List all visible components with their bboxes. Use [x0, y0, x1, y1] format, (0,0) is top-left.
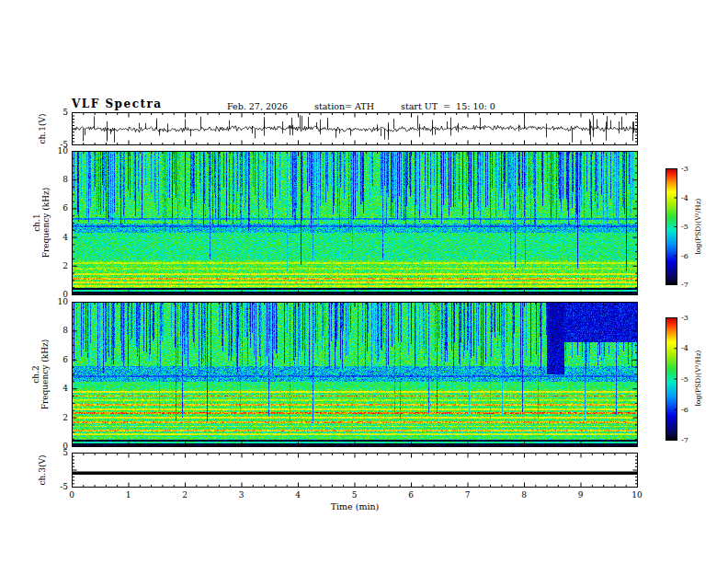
voltage-tick-label: 5 [50, 448, 68, 457]
colorbar-tick-label: -6 [681, 405, 688, 413]
ch1-colorbar-label: log(PSD)(V²/Hz) [694, 176, 703, 277]
frequency-tick-label: 2 [50, 261, 68, 270]
ch2-frequency-axis-label: ch.2 Frequency (kHz) [31, 302, 50, 447]
vlf-spectra-figure: VLF Spectra Feb. 27, 2026 station= ATH s… [0, 0, 728, 563]
header-station: station= ATH [314, 101, 374, 111]
ch1-frequency-units-label: Frequency (kHz) [41, 151, 51, 295]
frequency-tick-label: 4 [50, 233, 68, 242]
colorbar-tick-label: -7 [681, 436, 688, 444]
colorbar-tick-label: -3 [681, 314, 688, 322]
frequency-tick-label: 8 [50, 175, 68, 184]
ch2-spectrogram-panel [72, 302, 638, 447]
ch1-label: ch.1 [32, 151, 41, 295]
x-tick-label: 0 [69, 490, 74, 500]
x-tick-label: 3 [239, 490, 245, 500]
ch2-colorbar-label: log(PSD)(V²/Hz) [694, 327, 703, 429]
ch1-colorbar [665, 168, 677, 285]
frequency-tick-label: 6 [50, 203, 68, 213]
plot-title: VLF Spectra [72, 98, 163, 110]
colorbar-tick-label: -5 [681, 223, 688, 231]
frequency-tick-label: 6 [50, 355, 68, 364]
frequency-tick-label: 4 [50, 384, 68, 393]
x-tick-label: 1 [126, 490, 131, 500]
frequency-tick-label: 2 [50, 413, 68, 422]
ch1-waveform-panel [72, 112, 638, 145]
colorbar-tick-label: -5 [681, 374, 688, 383]
ch2-label: ch.2 [31, 302, 40, 447]
x-tick-label: 5 [352, 490, 358, 500]
x-tick-label: 7 [465, 490, 471, 500]
header-date: Feb. 27, 2026 [227, 101, 288, 111]
voltage-tick-label: -5 [50, 140, 68, 149]
colorbar-tick-label: -7 [681, 281, 688, 289]
ch2-colorbar [665, 317, 677, 441]
x-tick-label: 9 [578, 490, 584, 500]
ch1-spectrogram-panel [72, 151, 638, 295]
header-start-ut: start UT = 15: 10: 0 [401, 101, 495, 111]
frequency-tick-label: 10 [50, 297, 68, 306]
voltage-tick-label: 5 [50, 108, 68, 117]
colorbar-tick-label: -3 [681, 165, 688, 173]
x-axis-label: Time (min) [331, 501, 380, 511]
x-tick-label: 6 [408, 490, 414, 500]
ch3-voltage-axis-label: ch.3(V) [38, 433, 47, 507]
voltage-tick-label: -5 [50, 482, 68, 491]
ch1-frequency-axis-label: ch.1 Frequency (kHz) [32, 151, 51, 295]
x-tick-label: 10 [631, 490, 642, 500]
x-tick-label: 8 [521, 490, 527, 500]
x-tick-label: 4 [295, 490, 301, 500]
frequency-tick-label: 8 [50, 326, 68, 335]
ch2-frequency-units-label: Frequency (kHz) [40, 302, 50, 447]
ch3-waveform-panel [72, 453, 638, 488]
colorbar-tick-label: -4 [681, 344, 688, 352]
x-tick-label: 2 [182, 490, 188, 500]
colorbar-tick-label: -6 [681, 251, 688, 259]
colorbar-tick-label: -4 [681, 193, 688, 201]
